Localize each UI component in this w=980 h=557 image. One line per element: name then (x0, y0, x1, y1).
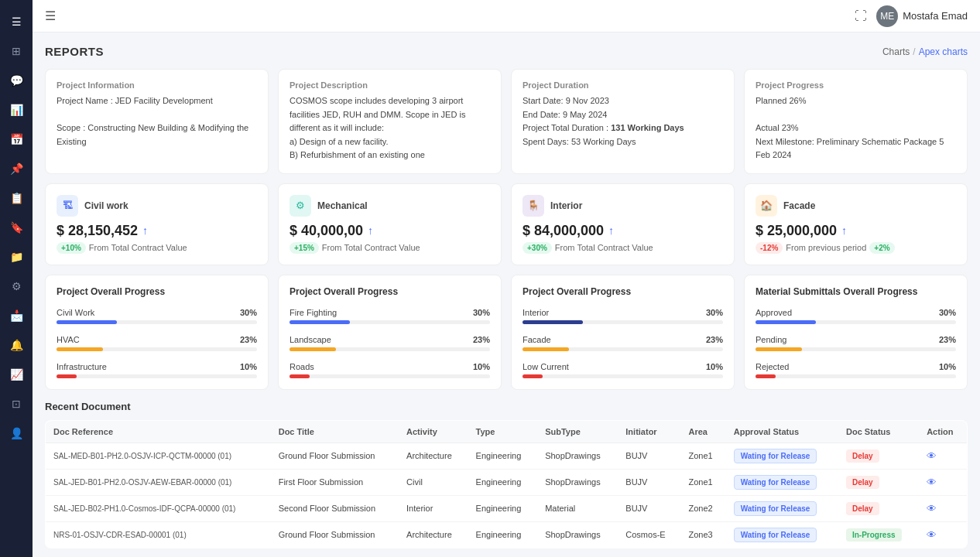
cell-title: Ground Floor Submission (271, 443, 399, 469)
metric-card-mechanical-header: ⚙ Mechanical (290, 195, 490, 217)
progress-card-4-title: Material Submittals Overall Progress (756, 286, 956, 297)
cell-activity: Architecture (399, 521, 468, 548)
info-card-project-duration-label: Project Duration (523, 80, 723, 90)
progress-card-3-title: Project Overall Progress (523, 286, 723, 297)
metric-cards-row: 🏗 Civil work $ 28,150,452 ↑ +10% From To… (45, 183, 968, 265)
info-card-project-desc-text: COSMOS scope includes developing 3 airpo… (290, 94, 490, 162)
cell-approval: Wating for Release (726, 495, 838, 521)
metric-card-civil-header: 🏗 Civil work (57, 195, 257, 217)
table-header-row: Doc Reference Doc Title Activity Type Su… (46, 420, 968, 443)
cell-status: Delay (838, 469, 919, 495)
info-card-project-duration: Project Duration Start Date: 9 Nov 2023 … (511, 69, 735, 174)
cell-action: 👁 (919, 521, 967, 548)
cell-area: Zone2 (680, 495, 725, 521)
action-eye-icon[interactable]: 👁 (927, 450, 937, 462)
up-arrow-interior: ↑ (608, 224, 614, 237)
metric-card-interior-name: Interior (550, 200, 582, 211)
col-action: Action (919, 420, 967, 443)
table-row: SAL-JED-B01-PH2.0-OSJV-AEW-EBAR-00000 (0… (46, 469, 968, 495)
metric-sub-interior: +30% From Total Contract Value (523, 242, 723, 254)
cell-type: Engineering (468, 469, 538, 495)
progress-item-civil-work: Civil Work 30% (57, 308, 257, 324)
cell-action: 👁 (919, 495, 967, 521)
up-arrow-civil: ↑ (142, 224, 148, 237)
progress-item-fire-fighting: Fire Fighting 30% (290, 308, 490, 324)
info-card-project-progress-label: Project Progress (756, 80, 956, 90)
action-eye-icon[interactable]: 👁 (927, 529, 937, 541)
sidebar-icon-bell[interactable]: 🔔 (4, 333, 29, 357)
progress-card-2: Project Overall Progress Fire Fighting 3… (278, 275, 502, 390)
info-cards-row: Project Information Project Name : JED F… (45, 69, 968, 174)
progress-name-civil-work: Civil Work (57, 308, 94, 317)
progress-item-roads: Roads 10% (290, 362, 490, 378)
sidebar-icon-bookmark[interactable]: 🔖 (4, 215, 29, 240)
col-area: Area (680, 420, 725, 443)
sidebar-icon-chat[interactable]: 💬 (4, 68, 29, 93)
sidebar-icon-pin[interactable]: 📌 (4, 156, 29, 181)
sidebar-icon-calendar[interactable]: 📅 (4, 127, 29, 152)
metric-amount-interior: $ 84,000,000 ↑ (523, 223, 723, 239)
sidebar-icon-chart[interactable]: 📊 (4, 97, 29, 122)
info-card-project-info: Project Information Project Name : JED F… (45, 69, 269, 174)
info-card-project-info-text: Project Name : JED Facility Development … (57, 94, 257, 149)
progress-pct-roads: 10% (473, 362, 490, 371)
col-subtype: SubType (537, 420, 618, 443)
cell-initiator: BUJV (618, 495, 680, 521)
cell-ref: SAL-JED-B02-PH1.0-Cosmos-IDF-QCPA-00000 … (46, 495, 271, 521)
col-doc-reference: Doc Reference (46, 420, 271, 443)
sidebar-icon-menu[interactable]: ☰ (4, 9, 29, 34)
badge-facade-neg: -12% (756, 242, 783, 254)
page-title: REPORTS (45, 45, 104, 58)
action-eye-icon[interactable]: 👁 (927, 503, 937, 514)
action-eye-icon[interactable]: 👁 (927, 477, 937, 488)
progress-name-landscape: Landscape (290, 335, 331, 344)
sidebar: ☰ ⊞ 💬 📊 📅 📌 📋 🔖 📁 ⚙ 📩 🔔 📈 ⊡ 👤 (0, 0, 33, 557)
sidebar-icon-mail[interactable]: 📩 (4, 303, 29, 328)
badge-civil: +10% (57, 242, 86, 254)
doc-table: Doc Reference Doc Title Activity Type Su… (45, 420, 968, 548)
progress-pct-civil-work: 30% (240, 308, 257, 317)
main-area: ☰ ⛶ ME Mostafa Emad REPORTS Charts / Ape… (33, 0, 980, 557)
cell-initiator: BUJV (618, 443, 680, 469)
metric-sub-mechanical: +15% From Total Contract Value (290, 242, 490, 254)
hamburger-icon[interactable]: ☰ (45, 9, 56, 23)
table-row: SAL-MED-B01-PH2.0-OSJV-ICP-QCTM-00000 (0… (46, 443, 968, 469)
cell-subtype: ShopDrawings (537, 469, 618, 495)
progress-card-4: Material Submittals Overall Progress App… (744, 275, 968, 390)
cell-status: In-Progress (838, 521, 919, 548)
progress-name-interior: Interior (523, 308, 549, 317)
topbar-user: ME Mostafa Emad (876, 5, 968, 27)
sidebar-icon-clipboard[interactable]: 📋 (4, 186, 29, 210)
recent-doc-title: Recent Document (45, 401, 968, 412)
col-activity: Activity (399, 420, 468, 443)
metric-card-facade-header: 🏠 Facade (756, 195, 956, 217)
cell-subtype: ShopDrawings (537, 521, 618, 548)
metric-card-facade-name: Facade (783, 200, 815, 211)
progress-card-1: Project Overall Progress Civil Work 30% … (45, 275, 269, 390)
metric-card-interior: 🪑 Interior $ 84,000,000 ↑ +30% From Tota… (511, 183, 735, 265)
breadcrumb-home[interactable]: Charts (882, 46, 910, 57)
info-card-project-progress-text: Planned 26% Actual 23% Next Milestone: P… (756, 94, 956, 162)
progress-name-roads: Roads (290, 362, 314, 371)
topbar-right: ⛶ ME Mostafa Emad (855, 5, 968, 27)
breadcrumb-current[interactable]: Apex charts (919, 46, 968, 57)
progress-name-hvac: HVAC (57, 335, 80, 344)
cell-status: Delay (838, 443, 919, 469)
sidebar-icon-grid[interactable]: ⊞ (4, 39, 29, 63)
sidebar-icon-settings[interactable]: ⚙ (4, 274, 29, 299)
cell-initiator: BUJV (618, 469, 680, 495)
sidebar-icon-box[interactable]: ⊡ (4, 391, 29, 416)
sidebar-icon-user[interactable]: 👤 (4, 421, 29, 446)
fullscreen-icon[interactable]: ⛶ (855, 9, 867, 23)
sidebar-icon-folder[interactable]: 📁 (4, 244, 29, 269)
metric-card-mechanical: ⚙ Mechanical $ 40,000,00 ↑ +15% From Tot… (278, 183, 502, 265)
metric-card-interior-header: 🪑 Interior (523, 195, 723, 217)
cell-area: Zone3 (680, 521, 725, 548)
info-card-project-desc-label: Project Description (290, 80, 490, 90)
progress-pct-hvac: 23% (240, 335, 257, 344)
metric-sub-facade: -12% From previous period +2% (756, 242, 956, 254)
sidebar-icon-analytics[interactable]: 📈 (4, 362, 29, 387)
col-approval-status: Approval Status (726, 420, 838, 443)
metric-card-facade: 🏠 Facade $ 25,000,000 ↑ -12% From previo… (744, 183, 968, 265)
topbar-left: ☰ (45, 9, 56, 23)
